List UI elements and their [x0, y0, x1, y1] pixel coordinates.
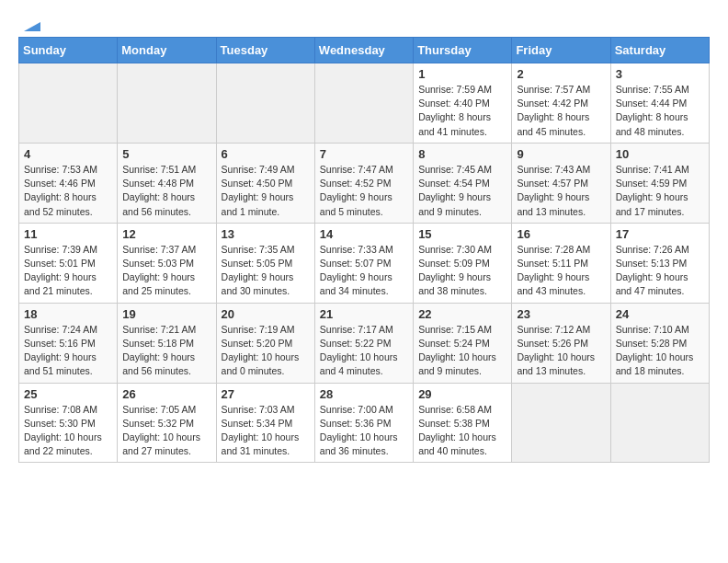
calendar-cell	[314, 63, 413, 144]
day-number: 13	[222, 227, 310, 241]
day-info: Sunrise: 7:35 AM Sunset: 5:05 PM Dayligh…	[222, 244, 295, 297]
day-info: Sunrise: 7:19 AM Sunset: 5:20 PM Dayligh…	[222, 324, 300, 377]
calendar-cell: 10Sunrise: 7:41 AM Sunset: 4:59 PM Dayli…	[610, 143, 709, 223]
calendar-cell: 6Sunrise: 7:49 AM Sunset: 4:50 PM Daylig…	[216, 143, 314, 223]
calendar-cell: 20Sunrise: 7:19 AM Sunset: 5:20 PM Dayli…	[216, 303, 314, 383]
calendar-cell: 18Sunrise: 7:24 AM Sunset: 5:16 PM Dayli…	[19, 303, 118, 383]
calendar-cell: 29Sunrise: 6:58 AM Sunset: 5:38 PM Dayli…	[414, 383, 512, 463]
day-number: 10	[616, 147, 704, 161]
calendar-cell: 23Sunrise: 7:12 AM Sunset: 5:26 PM Dayli…	[512, 303, 610, 383]
day-header-sunday: Sunday	[19, 38, 118, 63]
calendar-cell: 1Sunrise: 7:59 AM Sunset: 4:40 PM Daylig…	[414, 63, 512, 144]
calendar-table: SundayMondayTuesdayWednesdayThursdayFrid…	[18, 37, 710, 463]
day-number: 29	[418, 387, 506, 401]
day-header-thursday: Thursday	[414, 38, 512, 63]
day-number: 27	[222, 387, 310, 401]
day-number: 9	[517, 147, 605, 161]
day-info: Sunrise: 7:33 AM Sunset: 5:07 PM Dayligh…	[320, 244, 393, 297]
calendar-cell: 12Sunrise: 7:37 AM Sunset: 5:03 PM Dayli…	[118, 223, 216, 303]
calendar-cell: 24Sunrise: 7:10 AM Sunset: 5:28 PM Dayli…	[610, 303, 709, 383]
day-header-tuesday: Tuesday	[216, 38, 314, 63]
day-number: 12	[122, 227, 210, 241]
day-info: Sunrise: 7:00 AM Sunset: 5:36 PM Dayligh…	[320, 404, 398, 457]
calendar-cell: 15Sunrise: 7:30 AM Sunset: 5:09 PM Dayli…	[414, 223, 512, 303]
day-info: Sunrise: 7:17 AM Sunset: 5:22 PM Dayligh…	[320, 324, 398, 377]
calendar-cell: 26Sunrise: 7:05 AM Sunset: 5:32 PM Dayli…	[118, 383, 216, 463]
day-number: 20	[222, 307, 310, 321]
calendar-cell: 27Sunrise: 7:03 AM Sunset: 5:34 PM Dayli…	[216, 383, 314, 463]
calendar-cell: 19Sunrise: 7:21 AM Sunset: 5:18 PM Dayli…	[118, 303, 216, 383]
day-number: 7	[320, 147, 408, 161]
calendar-cell	[118, 63, 216, 144]
calendar-cell	[216, 63, 314, 144]
day-info: Sunrise: 6:58 AM Sunset: 5:38 PM Dayligh…	[418, 404, 496, 457]
day-number: 1	[418, 67, 506, 81]
day-info: Sunrise: 7:45 AM Sunset: 4:54 PM Dayligh…	[418, 164, 492, 217]
day-number: 4	[24, 147, 112, 161]
day-number: 6	[222, 147, 310, 161]
day-info: Sunrise: 7:03 AM Sunset: 5:34 PM Dayligh…	[222, 404, 300, 457]
day-info: Sunrise: 7:15 AM Sunset: 5:24 PM Dayligh…	[418, 324, 496, 377]
day-info: Sunrise: 7:49 AM Sunset: 4:50 PM Dayligh…	[222, 164, 295, 217]
day-info: Sunrise: 7:39 AM Sunset: 5:01 PM Dayligh…	[24, 244, 97, 297]
calendar-cell	[512, 383, 610, 463]
day-number: 2	[517, 67, 605, 81]
calendar-cell: 3Sunrise: 7:55 AM Sunset: 4:44 PM Daylig…	[610, 63, 709, 144]
day-info: Sunrise: 7:26 AM Sunset: 5:13 PM Dayligh…	[616, 244, 689, 297]
day-info: Sunrise: 7:57 AM Sunset: 4:42 PM Dayligh…	[517, 84, 590, 137]
calendar-cell: 8Sunrise: 7:45 AM Sunset: 4:54 PM Daylig…	[414, 143, 512, 223]
day-number: 19	[122, 307, 210, 321]
day-number: 8	[418, 147, 506, 161]
header	[18, 15, 710, 31]
day-number: 26	[122, 387, 210, 401]
day-number: 5	[122, 147, 210, 161]
calendar-cell: 25Sunrise: 7:08 AM Sunset: 5:30 PM Dayli…	[19, 383, 118, 463]
day-info: Sunrise: 7:43 AM Sunset: 4:57 PM Dayligh…	[517, 164, 590, 217]
day-header-monday: Monday	[118, 38, 216, 63]
calendar-cell: 14Sunrise: 7:33 AM Sunset: 5:07 PM Dayli…	[314, 223, 413, 303]
day-number: 11	[24, 227, 112, 241]
calendar-cell: 21Sunrise: 7:17 AM Sunset: 5:22 PM Dayli…	[314, 303, 413, 383]
day-header-wednesday: Wednesday	[314, 38, 413, 63]
day-number: 18	[24, 307, 112, 321]
day-number: 25	[24, 387, 112, 401]
calendar-cell	[19, 63, 118, 144]
calendar-cell: 4Sunrise: 7:53 AM Sunset: 4:46 PM Daylig…	[19, 143, 118, 223]
calendar-cell	[610, 383, 709, 463]
calendar-cell: 2Sunrise: 7:57 AM Sunset: 4:42 PM Daylig…	[512, 63, 610, 144]
day-info: Sunrise: 7:08 AM Sunset: 5:30 PM Dayligh…	[24, 404, 102, 457]
day-info: Sunrise: 7:55 AM Sunset: 4:44 PM Dayligh…	[616, 84, 689, 137]
day-header-friday: Friday	[512, 38, 610, 63]
day-info: Sunrise: 7:12 AM Sunset: 5:26 PM Dayligh…	[517, 324, 595, 377]
day-number: 21	[320, 307, 408, 321]
calendar-cell: 5Sunrise: 7:51 AM Sunset: 4:48 PM Daylig…	[118, 143, 216, 223]
calendar-cell: 9Sunrise: 7:43 AM Sunset: 4:57 PM Daylig…	[512, 143, 610, 223]
calendar-cell: 16Sunrise: 7:28 AM Sunset: 5:11 PM Dayli…	[512, 223, 610, 303]
day-header-saturday: Saturday	[610, 38, 709, 63]
day-number: 22	[418, 307, 506, 321]
day-info: Sunrise: 7:05 AM Sunset: 5:32 PM Dayligh…	[122, 404, 200, 457]
day-number: 28	[320, 387, 408, 401]
day-number: 3	[616, 67, 704, 81]
day-info: Sunrise: 7:21 AM Sunset: 5:18 PM Dayligh…	[122, 324, 196, 377]
day-info: Sunrise: 7:28 AM Sunset: 5:11 PM Dayligh…	[517, 244, 590, 297]
day-number: 23	[517, 307, 605, 321]
day-number: 24	[616, 307, 704, 321]
day-info: Sunrise: 7:37 AM Sunset: 5:03 PM Dayligh…	[122, 244, 196, 297]
calendar-cell: 7Sunrise: 7:47 AM Sunset: 4:52 PM Daylig…	[314, 143, 413, 223]
logo-icon	[20, 15, 40, 35]
calendar-cell: 22Sunrise: 7:15 AM Sunset: 5:24 PM Dayli…	[414, 303, 512, 383]
day-number: 17	[616, 227, 704, 241]
logo	[18, 15, 40, 31]
day-info: Sunrise: 7:41 AM Sunset: 4:59 PM Dayligh…	[616, 164, 689, 217]
day-number: 15	[418, 227, 506, 241]
day-info: Sunrise: 7:53 AM Sunset: 4:46 PM Dayligh…	[24, 164, 97, 217]
day-info: Sunrise: 7:51 AM Sunset: 4:48 PM Dayligh…	[122, 164, 196, 217]
day-info: Sunrise: 7:47 AM Sunset: 4:52 PM Dayligh…	[320, 164, 393, 217]
svg-marker-0	[24, 22, 40, 31]
day-number: 16	[517, 227, 605, 241]
calendar-cell: 13Sunrise: 7:35 AM Sunset: 5:05 PM Dayli…	[216, 223, 314, 303]
day-info: Sunrise: 7:30 AM Sunset: 5:09 PM Dayligh…	[418, 244, 492, 297]
calendar-cell: 28Sunrise: 7:00 AM Sunset: 5:36 PM Dayli…	[314, 383, 413, 463]
calendar-cell: 11Sunrise: 7:39 AM Sunset: 5:01 PM Dayli…	[19, 223, 118, 303]
